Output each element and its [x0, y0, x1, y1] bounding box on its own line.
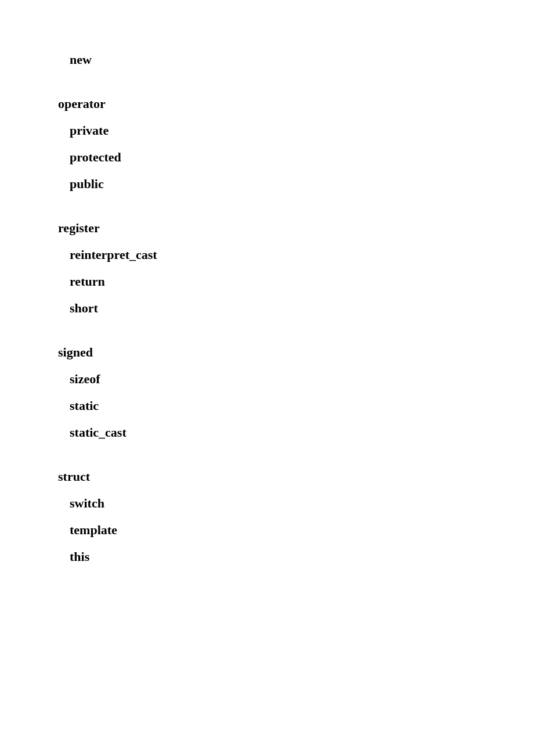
keyword-list: newoperatorprivateprotectedpublicregiste… [0, 46, 534, 588]
keyword-group-4: structswitchtemplatethis [58, 463, 534, 570]
keyword-item-4-2: template [58, 517, 534, 543]
keyword-item-0-0: new [58, 46, 534, 73]
keyword-item-1-3: public [58, 171, 534, 197]
keyword-item-2-2: return [58, 268, 534, 295]
keyword-item-3-1: sizeof [58, 366, 534, 393]
keyword-item-1-2: protected [58, 144, 534, 171]
keyword-item-1-1: private [58, 117, 534, 144]
keyword-item-4-3: this [58, 543, 534, 570]
keyword-item-4-1: switch [58, 490, 534, 517]
keyword-item-4-0: struct [58, 463, 534, 490]
keyword-item-2-1: reinterpret_cast [58, 242, 534, 268]
keyword-group-3: signedsizeofstaticstatic_cast [58, 339, 534, 446]
keyword-item-2-3: short [58, 295, 534, 322]
keyword-item-1-0: operator [58, 91, 534, 117]
keyword-item-3-0: signed [58, 339, 534, 366]
keyword-item-3-2: static [58, 393, 534, 419]
keyword-item-2-0: register [58, 215, 534, 242]
keyword-group-1: operatorprivateprotectedpublic [58, 91, 534, 197]
keyword-group-0: new [58, 46, 534, 73]
keyword-group-2: registerreinterpret_castreturnshort [58, 215, 534, 322]
keyword-item-3-3: static_cast [58, 419, 534, 446]
